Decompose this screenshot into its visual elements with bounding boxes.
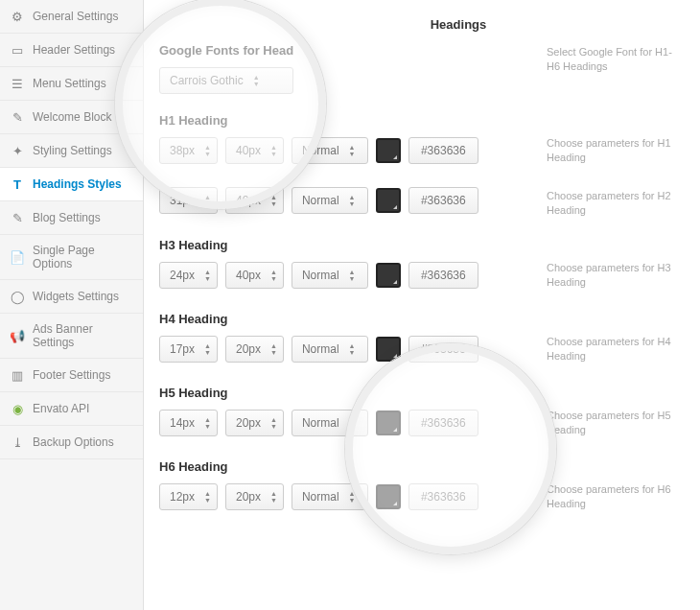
font-size-select[interactable]: 24px▲▼: [159, 262, 218, 289]
help-text: Choose parameters for H1 Heading: [537, 100, 681, 166]
select-value: 20px: [236, 416, 261, 430]
header-icon: ▭: [10, 42, 25, 58]
font-weight-select[interactable]: Normal▲▼: [292, 483, 368, 510]
menu-icon: ☰: [10, 76, 25, 91]
download-icon: ⤓: [10, 434, 25, 450]
chevron-updown-icon: ▲▼: [270, 490, 277, 504]
sidebar-item-styling-settings[interactable]: ✦Styling Settings: [0, 134, 143, 168]
sidebar-item-label: Header Settings: [33, 43, 115, 57]
sidebar-item-label: Backup Options: [33, 435, 114, 449]
chevron-updown-icon: ▲▼: [204, 342, 211, 356]
blog-icon: ✎: [10, 210, 25, 225]
heading-label: H4 Heading: [159, 312, 537, 326]
footer-icon: ▥: [10, 367, 25, 383]
help-text: Choose parameters for H5 Heading: [537, 372, 681, 438]
select-value: 20px: [236, 490, 261, 504]
help-text: Choose parameters for H6 Heading: [537, 446, 681, 512]
select-value: Normal: [302, 144, 339, 157]
sidebar-item-label: Footer Settings: [33, 368, 110, 382]
font-size-select[interactable]: 12px▲▼: [159, 483, 218, 510]
chevron-updown-icon: ▲▼: [204, 144, 211, 157]
sidebar: ⚙General Settings ▭Header Settings ☰Menu…: [0, 0, 144, 610]
line-height-select[interactable]: 20px▲▼: [225, 336, 284, 363]
select-value: Normal: [302, 342, 339, 356]
color-swatch[interactable]: [376, 263, 401, 288]
font-size-select[interactable]: 14px▲▼: [159, 410, 218, 436]
chevron-updown-icon: ▲▼: [349, 269, 356, 282]
line-height-select[interactable]: 20px▲▼: [225, 483, 284, 510]
sidebar-item-menu-settings[interactable]: ☰Menu Settings: [0, 67, 143, 101]
chevron-updown-icon: ▲▼: [204, 490, 211, 504]
gear-icon: ⚙: [10, 9, 25, 24]
sidebar-item-label: Widgets Settings: [33, 290, 119, 303]
sidebar-item-label: Welcome Block: [33, 110, 111, 124]
color-swatch[interactable]: [376, 138, 401, 163]
select-value: 17px: [170, 342, 195, 356]
select-value: 40px: [236, 269, 261, 282]
google-font-select[interactable]: Carrois Gothic ▲▼: [159, 67, 293, 94]
sidebar-item-welcome-block[interactable]: ✎Welcome Block: [0, 101, 143, 134]
select-value: 40px: [236, 144, 261, 157]
font-size-select[interactable]: 31px▲▼: [159, 187, 218, 214]
font-size-select[interactable]: 38px▲▼: [159, 137, 218, 164]
sidebar-item-ads-banner-settings[interactable]: 📢Ads Banner Settings: [0, 314, 143, 359]
heading-label: H3 Heading: [159, 238, 537, 252]
color-hex-value[interactable]: #363636: [408, 187, 478, 214]
sidebar-item-envato-api[interactable]: ◉Envato API: [0, 392, 143, 426]
google-fonts-label: Google Fonts for Head: [159, 43, 537, 58]
sidebar-item-single-page-options[interactable]: 📄Single Page Options: [0, 235, 143, 280]
heading-label: H1 Heading: [159, 113, 537, 128]
font-weight-select[interactable]: Normal▲▼: [292, 187, 368, 214]
line-height-select[interactable]: 40px▲▼: [225, 137, 284, 164]
sidebar-item-general-settings[interactable]: ⚙General Settings: [0, 0, 143, 34]
chevron-updown-icon: ▲▼: [349, 490, 356, 504]
line-height-select[interactable]: 20px▲▼: [225, 410, 284, 436]
chevron-updown-icon: ▲▼: [204, 416, 211, 430]
sidebar-item-label: General Settings: [33, 10, 118, 23]
color-swatch[interactable]: [376, 337, 401, 362]
sidebar-item-label: Single Page Options: [33, 244, 133, 270]
sidebar-item-blog-settings[interactable]: ✎Blog Settings: [0, 201, 143, 235]
color-swatch[interactable]: [376, 188, 401, 213]
sidebar-item-footer-settings[interactable]: ▥Footer Settings: [0, 359, 143, 392]
font-weight-select[interactable]: Normal▲▼: [292, 137, 368, 164]
color-hex-value[interactable]: #363636: [408, 483, 478, 510]
select-value: 38px: [170, 144, 195, 157]
sidebar-item-backup-options[interactable]: ⤓Backup Options: [0, 426, 143, 459]
sidebar-item-widgets-settings[interactable]: ◯Widgets Settings: [0, 280, 143, 314]
color-hex-value[interactable]: #363636: [408, 137, 478, 164]
chevron-updown-icon: ▲▼: [270, 269, 277, 282]
help-text: Select Google Font for H1-H6 Headings: [537, 43, 681, 75]
select-value: Normal: [302, 269, 339, 282]
chevron-updown-icon: ▲▼: [270, 342, 277, 356]
color-hex-value[interactable]: #363636: [408, 262, 478, 289]
line-height-select[interactable]: 40px▲▼: [225, 262, 284, 289]
chevron-updown-icon: ▲▼: [349, 144, 356, 157]
line-height-select[interactable]: 40px▲▼: [225, 187, 284, 214]
font-weight-select[interactable]: Normal▲▼: [292, 262, 368, 289]
select-value: 12px: [170, 490, 195, 504]
color-hex-value[interactable]: #363636: [408, 410, 478, 436]
leaf-icon: ◉: [10, 401, 25, 416]
select-value: Normal: [302, 194, 339, 207]
color-swatch[interactable]: [376, 484, 401, 509]
color-hex-value[interactable]: #363636: [408, 336, 478, 363]
sidebar-item-header-settings[interactable]: ▭Header Settings: [0, 34, 143, 67]
sidebar-item-headings-styles[interactable]: THeadings Styles: [0, 168, 143, 201]
font-weight-select[interactable]: Normal▲▼: [292, 410, 368, 436]
select-value: Normal: [302, 416, 339, 430]
chevron-updown-icon: ▲▼: [270, 144, 277, 157]
pencil-icon: ✎: [10, 109, 25, 125]
select-value: 31px: [170, 194, 195, 207]
type-icon: T: [10, 176, 25, 192]
sidebar-item-label: Headings Styles: [33, 177, 122, 191]
sidebar-item-label: Blog Settings: [33, 211, 101, 224]
select-value: Carrois Gothic: [170, 74, 244, 87]
help-text: Choose parameters for H3 Heading: [537, 224, 681, 291]
font-weight-select[interactable]: Normal▲▼: [292, 336, 368, 363]
font-size-select[interactable]: 17px▲▼: [159, 336, 218, 363]
sidebar-item-label: Menu Settings: [33, 77, 106, 90]
sidebar-item-label: Envato API: [33, 402, 89, 415]
sparkle-icon: ✦: [10, 143, 25, 158]
color-swatch[interactable]: [376, 411, 401, 435]
